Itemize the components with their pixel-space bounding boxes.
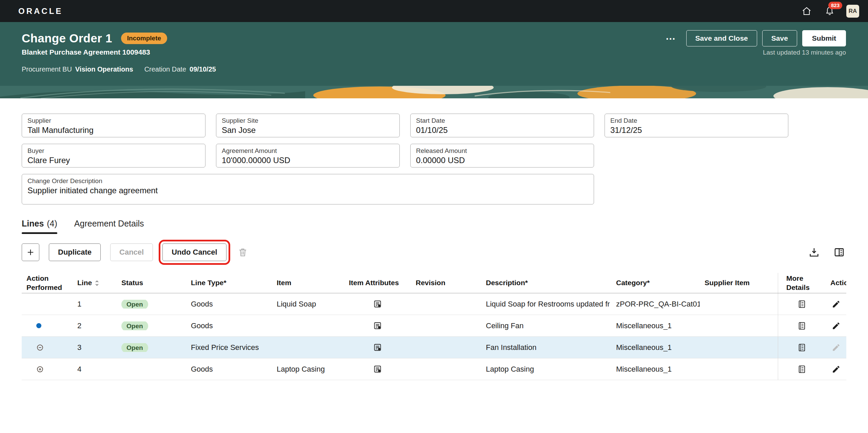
- start-date-field[interactable]: Start Date 01/10/25: [410, 114, 594, 137]
- supplier-value: Tall Manufacturing: [27, 125, 200, 135]
- more-details-icon: [797, 321, 807, 331]
- pencil-icon: [832, 321, 841, 330]
- more-details-icon: [797, 299, 807, 309]
- buyer-label: Buyer: [27, 147, 200, 155]
- col-item-attributes: Item Attributes: [344, 278, 411, 287]
- more-details-button[interactable]: [796, 342, 807, 353]
- tab-lines-count: (4): [47, 219, 57, 228]
- description-cell: Ceiling Fan: [481, 321, 611, 330]
- incomplete-status-badge: Incomplete: [121, 33, 167, 44]
- more-details-button[interactable]: [796, 299, 807, 310]
- edit-line-button[interactable]: [831, 342, 841, 353]
- edit-line-button[interactable]: [831, 299, 841, 309]
- save-and-close-button[interactable]: Save and Close: [686, 30, 757, 46]
- item-attributes-icon: [373, 299, 382, 309]
- more-details-button[interactable]: [796, 320, 807, 331]
- agreement-amount-label: Agreement Amount: [222, 147, 394, 155]
- released-amount-field[interactable]: Released Amount 0.00000 USD: [410, 144, 594, 168]
- description-cell: Laptop Casing: [481, 365, 611, 374]
- buyer-field[interactable]: Buyer Clare Furey: [22, 144, 205, 168]
- item-attributes-button[interactable]: [372, 299, 383, 309]
- more-details-icon: [797, 343, 807, 352]
- item-attributes-button[interactable]: [372, 342, 383, 353]
- summary-fields: Supplier Tall Manufacturing Supplier Sit…: [22, 114, 846, 204]
- main-content: Supplier Tall Manufacturing Supplier Sit…: [0, 98, 868, 380]
- col-action: Action: [826, 278, 846, 287]
- topbar-actions: 823 RA: [800, 5, 859, 18]
- start-date-label: Start Date: [416, 117, 588, 124]
- tab-lines-label: Lines: [22, 219, 44, 228]
- status-badge: Open: [121, 300, 148, 309]
- item-attributes-button[interactable]: [372, 320, 383, 331]
- delete-line-button[interactable]: [236, 245, 250, 259]
- tab-lines[interactable]: Lines(4): [22, 219, 57, 233]
- line-type-cell: Goods: [186, 300, 272, 309]
- table-row[interactable]: 4 Goods Laptop Casing Laptop Casing Misc…: [22, 358, 846, 380]
- home-button[interactable]: [800, 5, 813, 18]
- item-attributes-button[interactable]: [372, 364, 383, 374]
- line-type-cell: Goods: [186, 365, 272, 374]
- save-button[interactable]: Save: [762, 30, 797, 46]
- line-sort-button[interactable]: Line: [77, 278, 100, 287]
- oracle-logo: ORACLE: [18, 6, 63, 16]
- category-cell: Miscellaneous_1: [611, 365, 700, 374]
- more-details-button[interactable]: [796, 364, 807, 375]
- table-body: 1 Open Goods Liquid Soap Liquid Soap for…: [22, 293, 846, 380]
- notifications-button[interactable]: 823: [823, 5, 836, 18]
- undo-cancel-button[interactable]: Undo Cancel: [162, 243, 226, 261]
- home-icon: [802, 6, 812, 16]
- edit-line-button[interactable]: [831, 321, 841, 331]
- supplier-field[interactable]: Supplier Tall Manufacturing: [22, 114, 205, 137]
- supplier-site-value: San Jose: [222, 125, 394, 135]
- col-revision: Revision: [411, 278, 481, 287]
- change-order-description-value: Supplier initiated change agreement: [27, 186, 588, 195]
- end-date-field[interactable]: End Date 31/12/25: [605, 114, 788, 137]
- col-line-type: Line Type*: [186, 278, 272, 287]
- lines-table: Action Performed Line Status Line Type* …: [22, 273, 846, 380]
- last-updated-text: Last updated 13 minutes ago: [763, 49, 846, 56]
- end-date-label: End Date: [610, 117, 783, 124]
- procurement-bu-label: Procurement BU: [22, 65, 72, 73]
- action-performed-cell: [36, 366, 44, 373]
- status-badge: Open: [121, 321, 148, 330]
- col-more-details: More Details: [778, 273, 826, 293]
- supplier-site-label: Supplier Site: [222, 117, 394, 124]
- table-row[interactable]: 3 Open Fixed Price Services Fan Installa…: [22, 337, 846, 358]
- agreement-subtitle: Blanket Purchase Agreement 1009483: [22, 48, 150, 56]
- status-badge: Open: [121, 343, 148, 352]
- category-cell: Miscellaneous_1: [611, 321, 700, 330]
- line-number: 1: [73, 300, 117, 309]
- export-button[interactable]: [807, 245, 821, 259]
- change-order-description-field[interactable]: Change Order Description Supplier initia…: [22, 174, 594, 204]
- add-line-button[interactable]: [22, 243, 39, 261]
- col-action-performed: Action Performed: [22, 274, 73, 292]
- col-supplier-item: Supplier Item: [700, 278, 778, 287]
- tab-agreement-details[interactable]: Agreement Details: [74, 219, 144, 233]
- category-cell: Miscellaneous_1: [611, 343, 700, 352]
- avatar[interactable]: RA: [846, 5, 859, 18]
- end-date-value: 31/12/25: [610, 125, 783, 135]
- cancel-button[interactable]: Cancel: [110, 243, 153, 261]
- agreement-amount-field[interactable]: Agreement Amount 10'000.00000 USD: [216, 144, 400, 168]
- supplier-site-field[interactable]: Supplier Site San Jose: [216, 114, 400, 137]
- released-amount-label: Released Amount: [416, 147, 588, 155]
- header-meta: Procurement BU Vision Operations Creatio…: [22, 65, 846, 73]
- action-performed-cell: [36, 344, 44, 351]
- submit-button[interactable]: Submit: [802, 30, 846, 46]
- table-row[interactable]: 2 Open Goods Ceiling Fan Miscellaneous_1: [22, 315, 846, 337]
- tab-bar: Lines(4) Agreement Details: [22, 219, 846, 233]
- item-attributes-icon: [373, 321, 382, 330]
- added-line-icon: [36, 366, 44, 373]
- duplicate-button[interactable]: Duplicate: [49, 243, 101, 261]
- table-header-row: Action Performed Line Status Line Type* …: [22, 273, 846, 293]
- col-status: Status: [117, 278, 186, 287]
- page-header: Change Order 1 Incomplete … Save and Clo…: [0, 22, 868, 86]
- pencil-icon: [832, 300, 841, 309]
- download-icon: [808, 247, 820, 258]
- table-row[interactable]: 1 Open Goods Liquid Soap Liquid Soap for…: [22, 293, 846, 315]
- more-actions-button[interactable]: …: [661, 31, 681, 45]
- manage-columns-button[interactable]: [832, 245, 846, 259]
- more-details-icon: [797, 365, 807, 374]
- edit-line-button[interactable]: [831, 364, 841, 374]
- col-category: Category*: [611, 278, 700, 287]
